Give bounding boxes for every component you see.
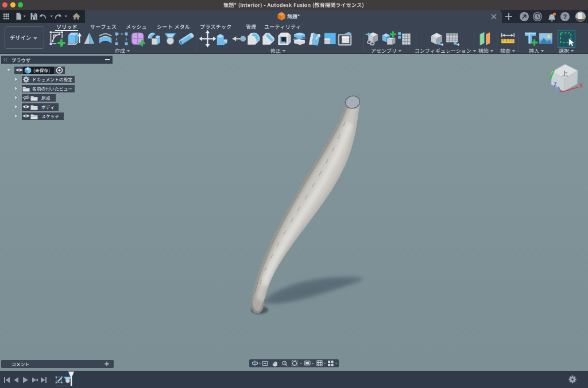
svg-text:?: ? <box>563 13 567 20</box>
